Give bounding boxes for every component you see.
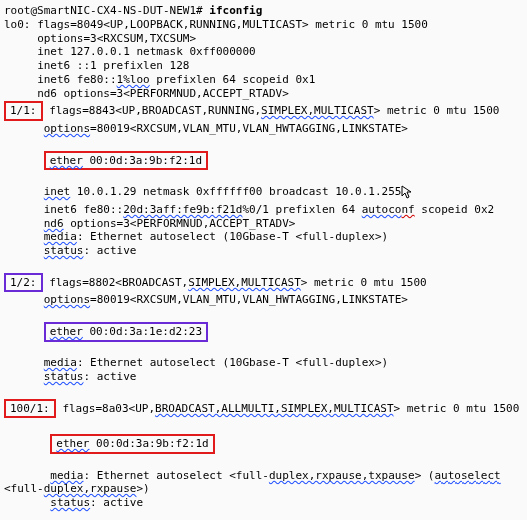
- lo0-inet6-b: inet6 fe80::1%loo prefixlen 64 scopeid 0…: [4, 73, 523, 87]
- cursor-icon: [401, 185, 413, 203]
- if-1-2-status: status: active: [4, 370, 523, 384]
- if-100-1-ether-box: ether 00:0d:3a:9b:f2:1d: [50, 434, 214, 454]
- if-100-1-header: 100/1: flags=8a03<UP,BROADCAST,ALLMULTI,…: [4, 398, 523, 420]
- if-1-2-options: options=80019<RXCSUM,VLAN_MTU,VLAN_HWTAG…: [4, 293, 523, 307]
- if-1-1-header: 1/1: flags=8843<UP,BROADCAST,RUNNING,SIM…: [4, 100, 523, 122]
- lo0-nd6: nd6 options=3<PERFORMNUD,ACCEPT_RTADV>: [4, 87, 523, 101]
- if-1-1-label-box: 1/1:: [4, 101, 43, 121]
- if-1-1-inet: inet 10.0.1.29 netmask 0xffffff00 broadc…: [4, 185, 523, 203]
- if-100-1-media-2: <full-duplex,rxpause>): [4, 482, 523, 496]
- if-1-1-ether-box: ether 00:0d:3a:9b:f2:1d: [44, 151, 208, 171]
- if-100-1-ether: ether 00:0d:3a:9b:f2:1d: [4, 433, 523, 455]
- lo0-inet6-a: inet6 ::1 prefixlen 128: [4, 59, 523, 73]
- if-1-2-label-box: 1/2:: [4, 273, 43, 293]
- if-1-1-media: media: Ethernet autoselect (10Gbase-T <f…: [4, 230, 523, 244]
- if-1-2-ether: ether 00:0d:3a:1e:d2:23: [4, 321, 523, 343]
- lo0-inet: inet 127.0.0.1 netmask 0xff000000: [4, 45, 523, 59]
- if-100-1-status: status: active: [4, 496, 523, 510]
- prompt-command: ifconfig: [209, 4, 262, 17]
- lo0-options: options=3<RXCSUM,TXCSUM>: [4, 32, 523, 46]
- if-1-1-status: status: active: [4, 244, 523, 258]
- if-100-1-media: media: Ethernet autoselect <full-duplex,…: [4, 469, 523, 483]
- if-1-1-nd6: nd6 options=3<PERFORMNUD,ACCEPT_RTADV>: [4, 217, 523, 231]
- prompt-user-host: root@SmartNIC-CX4-NS-DUT-NEW1#: [4, 4, 203, 17]
- if-1-1-inet6: inet6 fe80::20d:3aff:fe9b:f21d%0/1 prefi…: [4, 203, 523, 217]
- if-1-1-ether: ether 00:0d:3a:9b:f2:1d: [4, 150, 523, 172]
- if-1-2-media: media: Ethernet autoselect (10Gbase-T <f…: [4, 356, 523, 370]
- if-100-1-label-box: 100/1:: [4, 399, 56, 419]
- if-1-2-ether-box: ether 00:0d:3a:1e:d2:23: [44, 322, 208, 342]
- lo0-flags: lo0: flags=8049<UP,LOOPBACK,RUNNING,MULT…: [4, 18, 523, 32]
- if-1-1-options: options=80019<RXCSUM,VLAN_MTU,VLAN_HWTAG…: [4, 122, 523, 136]
- if-1-2-header: 1/2: flags=8802<BROADCAST,SIMPLEX,MULTIC…: [4, 272, 523, 294]
- prompt-line: root@SmartNIC-CX4-NS-DUT-NEW1# ifconfig: [4, 4, 523, 18]
